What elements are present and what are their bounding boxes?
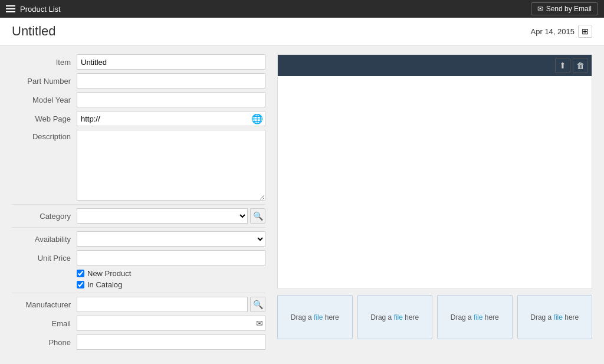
description-label: Description xyxy=(12,130,77,201)
right-panel: ⬆ 🗑 Drag a file here Drag a file here Dr… xyxy=(277,54,592,353)
form-section: Item Part Number Model Year Web Page 🌐 D… xyxy=(12,54,265,353)
divider-1 xyxy=(12,204,265,205)
image-display xyxy=(278,76,592,288)
availability-row: Availability xyxy=(12,231,265,247)
description-input[interactable] xyxy=(77,130,265,201)
part-number-row: Part Number xyxy=(12,73,265,88)
upload-button[interactable]: ⬆ xyxy=(555,58,570,73)
email-icon: ✉ xyxy=(537,5,543,13)
delete-image-button[interactable]: 🗑 xyxy=(573,58,588,73)
phone-label: Phone xyxy=(12,338,77,347)
dropzone-4[interactable]: Drag a file here xyxy=(517,295,593,339)
page-title: Untitled xyxy=(12,24,56,39)
topbar-left: Product List xyxy=(6,5,61,14)
in-catalog-label: In Catalog xyxy=(87,280,122,289)
divider-3 xyxy=(12,293,265,293)
send-email-button[interactable]: ✉ Send by Email xyxy=(531,2,598,15)
manufacturer-label: Manufacturer xyxy=(12,300,77,309)
category-label: Category xyxy=(12,212,77,221)
email-label: Email xyxy=(12,319,77,328)
manufacturer-search-button[interactable]: 🔍 xyxy=(250,297,265,312)
manufacturer-input-wrap: 🔍 xyxy=(77,297,265,312)
availability-label: Availability xyxy=(12,235,77,244)
date-picker-row: Apr 14, 2015 ⊞ xyxy=(531,25,592,38)
item-input[interactable] xyxy=(77,54,265,70)
in-catalog-checkbox-label[interactable]: In Catalog xyxy=(77,280,122,289)
phone-input[interactable] xyxy=(77,335,265,350)
dropzone-2[interactable]: Drag a file here xyxy=(357,295,433,339)
manufacturer-input[interactable] xyxy=(77,297,248,312)
dropzone-3[interactable]: Drag a file here xyxy=(437,295,513,339)
item-row: Item xyxy=(12,54,265,70)
item-label: Item xyxy=(12,58,77,67)
availability-select[interactable] xyxy=(77,231,265,247)
new-product-checkbox[interactable] xyxy=(77,270,84,277)
topbar: Product List ✉ Send by Email xyxy=(0,0,604,18)
calendar-button[interactable]: ⊞ xyxy=(578,25,592,38)
globe-icon[interactable]: 🌐 xyxy=(251,113,263,124)
unit-price-label: Unit Price xyxy=(12,254,77,263)
page-header: Untitled Apr 14, 2015 ⊞ xyxy=(0,18,604,45)
email-icon-btn[interactable]: ✉ xyxy=(256,319,263,328)
new-product-label: New Product xyxy=(87,269,131,278)
category-search-button[interactable]: 🔍 xyxy=(250,208,265,224)
web-page-input[interactable] xyxy=(77,111,265,126)
category-select[interactable] xyxy=(77,208,248,224)
image-toolbar: ⬆ 🗑 xyxy=(278,55,592,76)
email-row: Email ✉ xyxy=(12,316,265,331)
model-year-label: Model Year xyxy=(12,96,77,104)
part-number-input[interactable] xyxy=(77,73,265,88)
web-page-row: Web Page 🌐 xyxy=(12,111,265,126)
date-value: Apr 14, 2015 xyxy=(531,27,575,36)
new-product-checkbox-label[interactable]: New Product xyxy=(77,269,131,278)
app-title: Product List xyxy=(20,5,61,14)
category-row: Category 🔍 xyxy=(12,208,265,224)
model-year-input[interactable] xyxy=(77,92,265,107)
hamburger-icon[interactable] xyxy=(6,5,15,12)
new-product-row: New Product xyxy=(77,269,265,278)
image-area: ⬆ 🗑 xyxy=(277,54,592,289)
email-input-wrap: ✉ xyxy=(77,316,265,331)
model-year-row: Model Year xyxy=(12,92,265,107)
category-select-wrap: 🔍 xyxy=(77,208,265,224)
web-page-input-wrap: 🌐 xyxy=(77,111,265,126)
email-input[interactable] xyxy=(77,316,265,331)
in-catalog-checkbox[interactable] xyxy=(77,281,84,288)
web-page-label: Web Page xyxy=(12,114,77,123)
divider-2 xyxy=(12,227,265,228)
phone-row: Phone xyxy=(12,335,265,350)
description-row: Description xyxy=(12,130,265,201)
in-catalog-row: In Catalog xyxy=(77,280,265,289)
manufacturer-row: Manufacturer 🔍 xyxy=(12,297,265,312)
unit-price-input[interactable] xyxy=(77,250,265,265)
unit-price-row: Unit Price xyxy=(12,250,265,265)
dropzone-row: Drag a file here Drag a file here Drag a… xyxy=(277,295,592,339)
main-content: Item Part Number Model Year Web Page 🌐 D… xyxy=(0,45,604,362)
dropzone-1[interactable]: Drag a file here xyxy=(277,295,353,339)
part-number-label: Part Number xyxy=(12,77,77,86)
send-email-label: Send by Email xyxy=(546,5,592,13)
